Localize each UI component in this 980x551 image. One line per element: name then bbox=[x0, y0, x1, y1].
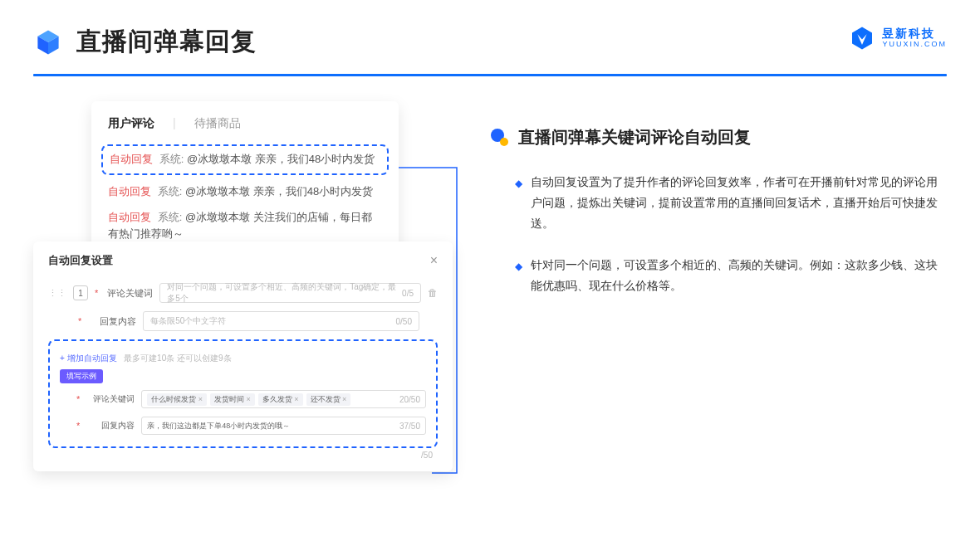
tab-separator: | bbox=[173, 116, 176, 131]
bullet-item: ◆ 针对同一个问题，可设置多个相近的、高频的关键词。例如：这款多少钱、这块能优惠… bbox=[490, 255, 947, 296]
comment-row: 自动回复 系统: @冰墩墩本墩 亲亲，我们48小时内发货 bbox=[108, 183, 382, 201]
tab-user-comments[interactable]: 用户评论 bbox=[108, 116, 154, 131]
diamond-icon: ◆ bbox=[515, 258, 522, 296]
example-keyword-tags[interactable]: 什么时候发货 发货时间 多久发货 还不发货 20/50 bbox=[141, 390, 426, 408]
auto-reply-settings-dialog: 自动回复设置 × ⋮⋮ 1 * 评论关键词 对同一个问题，可设置多个相近、高频的… bbox=[33, 241, 453, 471]
example-badge: 填写示例 bbox=[60, 369, 103, 383]
content-input[interactable]: 每条限50个中文字符 0/50 bbox=[143, 311, 419, 331]
page-title: 直播间弹幕回复 bbox=[76, 25, 257, 59]
outer-counter: /50 bbox=[421, 451, 433, 460]
diamond-icon: ◆ bbox=[515, 175, 522, 235]
highlighted-comment: 自动回复 系统: @冰墩墩本墩 亲亲，我们48小时内发货 bbox=[101, 144, 389, 175]
example-box: + 增加自动回复 最多可建10条 还可以创建9条 填写示例 * 评论关键词 什么… bbox=[48, 339, 438, 448]
add-auto-reply-link[interactable]: + 增加自动回复 bbox=[60, 354, 117, 363]
auto-reply-tag: 自动回复 bbox=[110, 153, 153, 165]
bullet-item: ◆ 自动回复设置为了提升作者的评论回复效率，作者可在开播前针对常见的评论用户问题… bbox=[490, 172, 947, 235]
trash-icon[interactable]: 🗑 bbox=[428, 287, 438, 299]
drag-handle-icon[interactable]: ⋮⋮ bbox=[48, 288, 66, 299]
brand-hex-icon bbox=[849, 25, 875, 51]
chat-bubble-icon bbox=[490, 128, 510, 148]
close-icon[interactable]: × bbox=[430, 253, 438, 268]
tab-products[interactable]: 待播商品 bbox=[194, 116, 241, 131]
example-content-input[interactable]: 亲，我们这边都是下单48小时内发货的哦～ 37/50 bbox=[141, 417, 426, 435]
brand-name: 昱新科技 bbox=[882, 27, 947, 40]
brand-logo: 昱新科技 YUUXIN.COM bbox=[849, 25, 947, 51]
keyword-input[interactable]: 对同一个问题，可设置多个相近、高频的关键词，Tag确定，最多5个 0/5 bbox=[159, 283, 421, 303]
svg-point-1 bbox=[500, 138, 508, 146]
sequence-number: 1 bbox=[73, 285, 88, 300]
content-label: 回复内容 bbox=[90, 315, 136, 328]
brand-url: YUUXIN.COM bbox=[882, 41, 947, 49]
comment-row: 自动回复 系统: @冰墩墩本墩 关注我们的店铺，每日都有热门推荐哟～ bbox=[108, 209, 382, 244]
keyword-label: 评论关键词 bbox=[106, 287, 153, 300]
section-heading: 直播间弹幕关键词评论自动回复 bbox=[518, 126, 751, 149]
cube-icon bbox=[33, 27, 63, 57]
dialog-title: 自动回复设置 bbox=[48, 253, 113, 268]
